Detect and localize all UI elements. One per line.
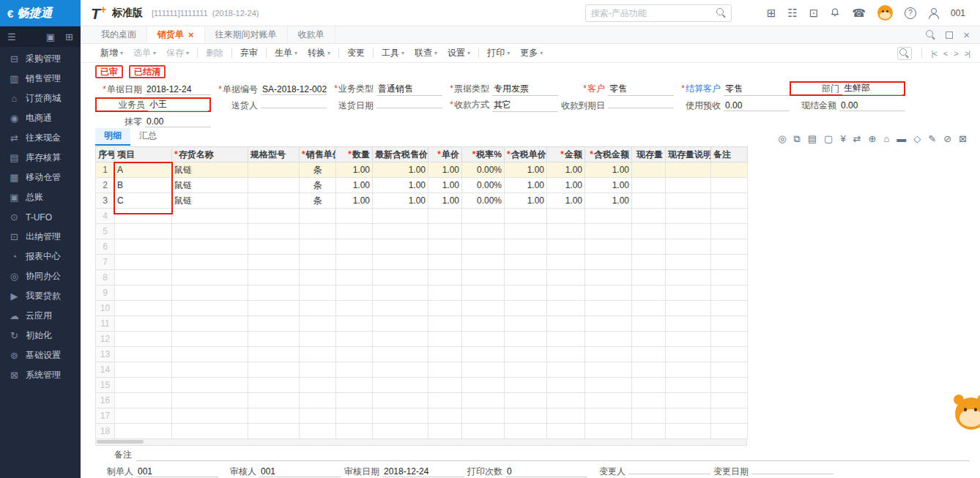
cell[interactable]: [300, 255, 336, 270]
cell[interactable]: [115, 362, 172, 378]
cell[interactable]: [115, 209, 172, 224]
calculator-icon[interactable]: ⊞: [767, 7, 776, 18]
cell[interactable]: [373, 424, 428, 439]
cell[interactable]: [632, 193, 666, 209]
cell[interactable]: [632, 224, 666, 239]
cell[interactable]: [666, 332, 711, 347]
cell[interactable]: [585, 255, 632, 270]
cell[interactable]: [505, 270, 547, 285]
cell[interactable]: [547, 362, 585, 378]
toolbar-删除-button[interactable]: 删除: [201, 45, 229, 61]
field-value[interactable]: 零售: [724, 83, 790, 96]
cell[interactable]: [585, 224, 632, 239]
table-row-empty[interactable]: 7: [96, 255, 748, 270]
cell[interactable]: [666, 408, 711, 424]
cell[interactable]: [428, 224, 462, 239]
cell[interactable]: [711, 285, 748, 301]
mascot-monkey[interactable]: [952, 393, 980, 433]
sidebar-item-mobile-warehouse[interactable]: ▦移动仓管: [0, 168, 81, 187]
cell[interactable]: C: [115, 193, 172, 209]
cell[interactable]: [300, 424, 336, 439]
cell[interactable]: [666, 209, 711, 224]
cell[interactable]: [505, 301, 547, 316]
cell[interactable]: [666, 393, 711, 408]
cell[interactable]: [711, 301, 748, 316]
cell[interactable]: [711, 270, 748, 285]
cell[interactable]: [248, 255, 300, 270]
menu-icon[interactable]: ☰: [7, 31, 16, 42]
cell[interactable]: [585, 270, 632, 285]
field-value[interactable]: 0.00: [724, 100, 790, 111]
cell[interactable]: [666, 178, 711, 193]
cell[interactable]: [505, 285, 547, 301]
cell[interactable]: [428, 408, 462, 424]
toolbar-工具-button[interactable]: 工具▾: [376, 45, 409, 61]
cell[interactable]: [711, 316, 748, 332]
cell[interactable]: [462, 239, 505, 255]
toolbar-变更-button[interactable]: 变更: [342, 45, 370, 61]
cell[interactable]: [632, 347, 666, 362]
table-row-empty[interactable]: 6: [96, 239, 748, 255]
sidebar-item-loan[interactable]: ▶我要贷款: [0, 286, 81, 306]
cell[interactable]: [462, 316, 505, 332]
cell[interactable]: [428, 332, 462, 347]
horizontal-scrollbar[interactable]: [95, 439, 747, 446]
cell[interactable]: 1.00: [585, 193, 632, 209]
cell[interactable]: [428, 255, 462, 270]
cell[interactable]: [373, 393, 428, 408]
cell[interactable]: 鼠链: [172, 178, 248, 193]
cell[interactable]: [248, 270, 300, 285]
cell[interactable]: [711, 332, 748, 347]
cell[interactable]: 0.00%: [462, 193, 505, 209]
cell[interactable]: [248, 408, 300, 424]
cell[interactable]: [505, 393, 547, 408]
cell[interactable]: [711, 255, 748, 270]
cart-icon[interactable]: ⊕: [869, 134, 877, 143]
field-value[interactable]: 其它: [492, 99, 558, 112]
transfer-icon[interactable]: ⇄: [853, 134, 861, 143]
cell[interactable]: [300, 332, 336, 347]
cell[interactable]: [547, 332, 585, 347]
cell[interactable]: [632, 393, 666, 408]
cell[interactable]: [428, 424, 462, 439]
cell[interactable]: [547, 408, 585, 424]
cell[interactable]: 条: [300, 178, 336, 193]
toolbar-打印-button[interactable]: 打印▾: [482, 45, 515, 61]
cell[interactable]: [428, 301, 462, 316]
cell[interactable]: [711, 347, 748, 362]
brand-logo[interactable]: € 畅捷通: [0, 0, 81, 26]
cash-icon[interactable]: ¥: [840, 134, 845, 143]
cell[interactable]: [462, 362, 505, 378]
cell[interactable]: [585, 285, 632, 301]
cell[interactable]: [666, 362, 711, 378]
cell[interactable]: [248, 178, 300, 193]
cell[interactable]: [336, 316, 373, 332]
column-header-项目[interactable]: 项目: [115, 147, 172, 163]
cell[interactable]: [115, 393, 172, 408]
cell[interactable]: [115, 408, 172, 424]
cell[interactable]: [373, 347, 428, 362]
column-header-单价[interactable]: *单价: [428, 147, 462, 163]
cell[interactable]: [115, 270, 172, 285]
cell[interactable]: [172, 209, 248, 224]
scrollbar-thumb[interactable]: [97, 440, 144, 444]
column-header-销售单位[interactable]: *销售单位: [300, 147, 336, 163]
first-record-icon[interactable]: |<: [932, 49, 937, 58]
cell[interactable]: [666, 193, 711, 209]
cell[interactable]: [428, 270, 462, 285]
cell[interactable]: [585, 209, 632, 224]
cell[interactable]: [462, 255, 505, 270]
cell[interactable]: [585, 393, 632, 408]
phone-icon[interactable]: ☎: [852, 7, 866, 18]
cell[interactable]: [300, 224, 336, 239]
cell[interactable]: [428, 378, 462, 393]
cell[interactable]: [505, 224, 547, 239]
table-row-empty[interactable]: 17: [96, 408, 748, 424]
cell[interactable]: [248, 393, 300, 408]
cell[interactable]: [711, 393, 748, 408]
document-icon[interactable]: ▢: [824, 134, 833, 143]
field-value[interactable]: 001: [136, 466, 218, 477]
field-value[interactable]: 零售: [608, 83, 674, 96]
cell[interactable]: [428, 285, 462, 301]
cell[interactable]: [300, 378, 336, 393]
